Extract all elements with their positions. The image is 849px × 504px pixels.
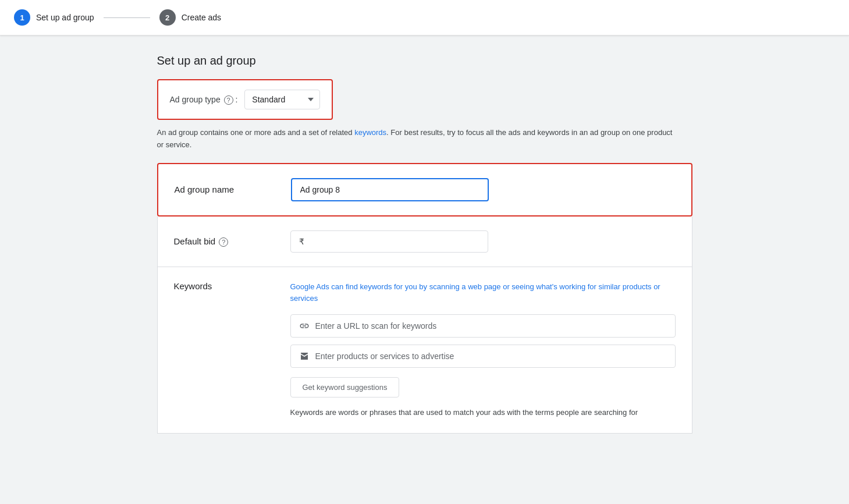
- step-2-label: Create ads: [182, 13, 221, 22]
- keywords-label-col: Keywords: [174, 281, 267, 419]
- currency-symbol: ₹: [299, 237, 304, 246]
- default-bid-section: Default bid ? ₹: [157, 216, 692, 267]
- products-icon: [299, 351, 310, 361]
- section-title: Set up an ad group: [157, 54, 692, 68]
- step-1-circle: 1: [14, 9, 30, 26]
- link-icon: [299, 321, 310, 331]
- keywords-label: Keywords: [174, 281, 212, 291]
- url-scan-input[interactable]: [315, 321, 667, 331]
- form-container: Set up an ad group Ad group type ? : Sta…: [157, 54, 692, 434]
- keywords-link[interactable]: keywords: [354, 128, 386, 137]
- default-bid-label: Default bid ?: [174, 236, 267, 247]
- ad-group-type-box: Ad group type ? : Standard Dynamic: [157, 79, 333, 120]
- step-2: 2 Create ads: [159, 9, 221, 26]
- ad-group-description: An ad group contains one or more ads and…: [157, 127, 681, 151]
- products-input-box[interactable]: [290, 345, 676, 368]
- ad-group-type-help-icon[interactable]: ?: [224, 95, 233, 105]
- ad-group-name-input[interactable]: [291, 178, 489, 201]
- default-bid-wrapper[interactable]: ₹: [290, 230, 488, 253]
- keywords-section: Keywords Google Ads can find keywords fo…: [157, 267, 692, 434]
- ad-group-type-label: Ad group type ? :: [170, 95, 238, 105]
- stepper-bar: 1 Set up ad group 2 Create ads: [0, 0, 849, 36]
- products-services-input[interactable]: [315, 352, 667, 361]
- get-keyword-suggestions-button[interactable]: Get keyword suggestions: [290, 377, 400, 397]
- step-2-circle: 2: [159, 9, 176, 26]
- step-connector: [104, 17, 150, 18]
- ad-group-type-select[interactable]: Standard Dynamic: [244, 90, 320, 109]
- keywords-content-col: Google Ads can find keywords for you by …: [290, 281, 676, 419]
- step-1-label: Set up ad group: [36, 13, 94, 22]
- url-input-box[interactable]: [290, 314, 676, 338]
- ad-group-name-label: Ad group name: [175, 184, 268, 194]
- step-1: 1 Set up ad group: [14, 9, 94, 26]
- default-bid-help-icon[interactable]: ?: [219, 237, 228, 247]
- ad-group-name-section: Ad group name: [157, 163, 692, 216]
- keywords-footer-text: Keywords are words or phrases that are u…: [290, 407, 676, 419]
- main-content: Set up an ad group Ad group type ? : Sta…: [0, 36, 849, 452]
- keywords-hint: Google Ads can find keywords for you by …: [290, 281, 676, 306]
